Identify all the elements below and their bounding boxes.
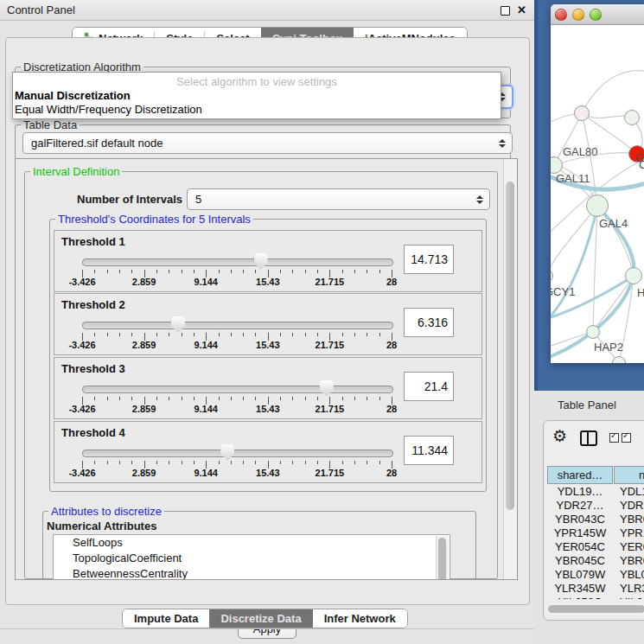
split-columns-icon[interactable] (580, 430, 597, 446)
thresholds-group-title: Threshold's Coordinates for 5 Intervals (55, 213, 253, 226)
node-label-c: C (639, 158, 644, 171)
network-window: GAL80GCGAL11GAL4GCY1HHAP2 (551, 4, 644, 363)
number-of-intervals-value: 5 (195, 193, 201, 206)
slider-track[interactable] (82, 450, 393, 457)
number-of-intervals-combobox[interactable]: 5 (187, 188, 490, 210)
screenshot-root: Control Panel ✕ NetworkStyleSelectCyni T… (0, 0, 644, 644)
table-row[interactable]: YDR27…YDR2 (547, 499, 644, 513)
network-node[interactable] (586, 194, 609, 217)
table-panel-region: Table Panel ⚙ shared… n YDL19…YDL1YDR27…… (534, 391, 644, 644)
gear-icon[interactable]: ⚙ (552, 426, 567, 446)
slider-track[interactable] (82, 386, 393, 393)
minimize-traffic-light-icon[interactable] (572, 9, 584, 21)
cell-shared-name: YPR145W (547, 526, 613, 539)
table-data-combobox[interactable]: galFiltered.sif default node (22, 132, 513, 154)
numerical-attributes-label: Numerical Attributes (47, 520, 156, 532)
attributes-scrollbar-thumb[interactable] (438, 538, 446, 580)
threshold-label: Threshold 4 (61, 426, 125, 439)
attribute-item-betweennesscentrality[interactable]: BetweennessCentrality (54, 566, 450, 580)
numerical-attributes-list[interactable]: SelfLoopsTopologicalCoefficientBetweenne… (53, 534, 450, 580)
bottom-tab-discretize-data[interactable]: Discretize Data (209, 609, 312, 628)
viewport-scrollbar[interactable] (503, 159, 517, 579)
node-table[interactable]: shared… n YDL19…YDL1YDR27…YDR2YBR043CYBR… (547, 466, 644, 599)
cell-name: YLR3 (616, 582, 644, 595)
desktop-edge (534, 0, 538, 391)
slider-thumb[interactable] (254, 253, 268, 270)
cell-name: YBL0 (616, 568, 644, 581)
cell-shared-name: YDL19… (547, 485, 613, 498)
node-label-gcy1: GCY1 (551, 285, 575, 298)
table-row[interactable]: YIL052CYIL0 (547, 596, 644, 599)
node-label-gal11: GAL11 (556, 172, 590, 185)
divider (0, 628, 534, 629)
threshold-panel-1: Threshold 1-3.4262.8599.14415.4321.71528… (54, 230, 482, 292)
network-node[interactable] (586, 325, 600, 339)
slider-thumb[interactable] (320, 380, 334, 397)
network-node[interactable] (574, 105, 590, 121)
cell-name: YBR0 (616, 554, 644, 567)
zoom-traffic-light-icon[interactable] (590, 9, 602, 21)
slider-thumb[interactable] (171, 316, 185, 333)
dropdown-item-manual-discretization[interactable]: Manual Discretization (15, 89, 131, 102)
checkbox-icon[interactable] (609, 433, 619, 443)
panel-title: Control Panel (7, 3, 75, 16)
bottom-tab-infer-network[interactable]: Infer Network (313, 609, 407, 628)
column-header-name[interactable]: n (614, 466, 644, 484)
threshold-label: Threshold 1 (61, 235, 125, 248)
node-label-gal80: GAL80 (563, 145, 597, 158)
cell-name: YBR0 (616, 513, 644, 526)
control-panel-titlebar: Control Panel ✕ (0, 0, 534, 21)
threshold-value-field[interactable]: 21.4 (404, 372, 454, 401)
table-row[interactable]: YDL19…YDL1 (547, 485, 644, 499)
network-node[interactable] (625, 267, 642, 284)
table-row[interactable]: YLR345WYLR3 (547, 582, 644, 596)
close-icon[interactable]: ✕ (517, 3, 526, 16)
column-header-shared[interactable]: shared… (547, 466, 613, 484)
threshold-value-field[interactable]: 11.344 (404, 436, 454, 465)
cyni-toolbox-content: Discretization Algorithm Select algorith… (5, 37, 530, 605)
bottom-tab-label: Impute Data (134, 612, 198, 625)
table-hscrollbar-thumb[interactable] (548, 605, 644, 613)
threshold-label: Threshold 3 (61, 362, 125, 375)
cell-shared-name: YLR345W (547, 582, 613, 595)
cell-shared-name: YBL079W (547, 568, 613, 581)
table-row[interactable]: YBR045CYBR0 (547, 554, 644, 568)
checkbox-icon[interactable] (622, 433, 631, 443)
table-row[interactable]: YBL079WYBL0 (547, 568, 644, 582)
interval-definition-group: Interval Definition Number of Intervals … (24, 171, 498, 579)
network-canvas[interactable]: GAL80GCGAL11GAL4GCY1HHAP2 (551, 25, 644, 363)
table-row[interactable]: YER054CYER0 (547, 540, 644, 554)
table-row[interactable]: YBR043CYBR0 (547, 513, 644, 526)
bottom-tab-bar: Impute DataDiscretize DataInfer Network (122, 609, 408, 628)
cell-name: YDL1 (616, 485, 644, 498)
node-label-hap2: HAP2 (594, 341, 623, 354)
attribute-item-selfloops[interactable]: SelfLoops (54, 535, 450, 551)
table-row[interactable]: YPR145WYPR1 (547, 526, 644, 540)
slider-thumb[interactable] (220, 444, 234, 461)
cell-name: YPR1 (616, 526, 644, 539)
attribute-items: SelfLoopsTopologicalCoefficientBetweenne… (54, 535, 450, 580)
dropdown-hint: Select algorithm to view settings (13, 75, 501, 88)
dropdown-item-equal-width-frequency[interactable]: Equal Width/Frequency Discretization (15, 103, 202, 116)
attributes-group: Attributes to discretize Numerical Attri… (42, 511, 476, 580)
algorithm-dropdown-popup: Select algorithm to view settings Manual… (12, 72, 501, 119)
threshold-value-field[interactable]: 14.713 (404, 245, 454, 274)
close-traffic-light-icon[interactable] (555, 9, 567, 21)
thresholds-group: Threshold's Coordinates for 5 Intervals … (49, 219, 487, 492)
node-label-h: H (637, 286, 644, 299)
slider-track[interactable] (82, 258, 393, 266)
cell-name: YER0 (616, 540, 644, 553)
float-window-icon[interactable] (501, 6, 510, 16)
table-data-value: galFiltered.sif default node (31, 137, 163, 150)
viewport-scrollbar-thumb[interactable] (506, 182, 514, 510)
threshold-value-field[interactable]: 6.316 (404, 308, 454, 337)
attribute-item-topologicalcoefficient[interactable]: TopologicalCoefficient (54, 551, 450, 566)
table-horizontal-scrollbar[interactable] (546, 604, 644, 615)
network-node[interactable] (624, 110, 640, 125)
bottom-tab-impute-data[interactable]: Impute Data (123, 609, 209, 628)
attributes-scrollbar[interactable] (436, 536, 449, 580)
cell-shared-name: YDR27… (547, 499, 613, 512)
slider-track[interactable] (82, 322, 393, 329)
slider-tick-labels: -3.4262.8599.14415.4321.71528 (82, 404, 392, 414)
cell-shared-name: YER054C (547, 540, 613, 553)
